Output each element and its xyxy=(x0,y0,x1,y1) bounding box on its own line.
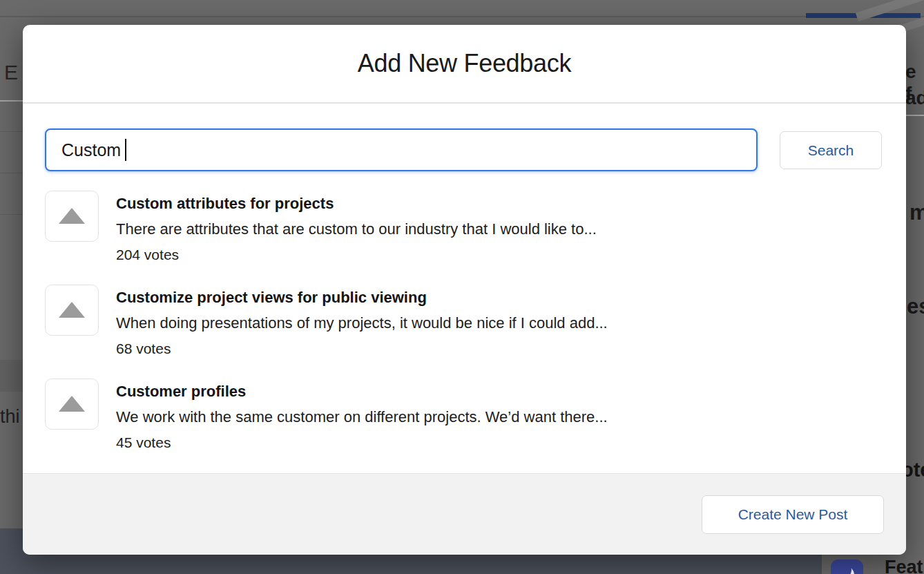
background-text-fragment: es xyxy=(907,294,924,319)
background-text-fragment: thi xyxy=(0,406,20,428)
result-vote-count: 68 votes xyxy=(116,336,608,361)
background-diagonal-shape xyxy=(856,0,924,21)
result-description: When doing presentations of my projects,… xyxy=(116,310,608,336)
result-text: Customer profiles We work with the same … xyxy=(116,379,608,455)
background-divider xyxy=(0,214,23,215)
result-description: There are attributes that are custom to … xyxy=(116,216,597,242)
background-divider xyxy=(0,100,23,102)
background-text-fragment: Feat xyxy=(885,557,923,574)
result-title: Custom attributes for projects xyxy=(116,191,597,216)
result-title: Customer profiles xyxy=(116,379,608,404)
dialog-title: Add New Feedback xyxy=(358,49,571,78)
feedback-result-item[interactable]: Custom attributes for projects There are… xyxy=(45,191,884,267)
background-text-fragment: m xyxy=(909,200,924,225)
result-vote-count: 45 votes xyxy=(116,430,608,455)
search-box xyxy=(45,128,758,171)
result-title: Customize project views for public viewi… xyxy=(116,285,608,310)
add-feedback-dialog: Add New Feedback Search Custom attribute… xyxy=(23,25,906,555)
screen: E thi e f ad m es ote Feat Add New Feedb… xyxy=(0,0,924,574)
search-row: Search xyxy=(45,128,884,171)
upvote-triangle-icon xyxy=(59,302,85,318)
search-button[interactable]: Search xyxy=(780,131,882,169)
result-vote-count: 204 votes xyxy=(116,242,597,267)
feedback-result-item[interactable]: Customer profiles We work with the same … xyxy=(45,379,884,455)
upvote-button[interactable] xyxy=(45,191,99,242)
result-text: Customize project views for public viewi… xyxy=(116,285,608,361)
upvote-triangle-icon xyxy=(59,208,85,224)
search-input[interactable] xyxy=(45,128,758,171)
background-row-band xyxy=(0,360,23,392)
upvote-button[interactable] xyxy=(45,379,99,430)
background-text-fragment: ad xyxy=(905,87,924,109)
dialog-header: Add New Feedback xyxy=(23,25,906,104)
upvote-triangle-icon xyxy=(59,396,85,412)
background-header-divider xyxy=(0,16,924,17)
feedback-result-item[interactable]: Customize project views for public viewi… xyxy=(45,285,884,361)
text-cursor xyxy=(125,139,126,161)
background-divider xyxy=(906,115,924,116)
swoosh-logo-icon xyxy=(831,559,863,574)
upvote-button[interactable] xyxy=(45,285,99,336)
dialog-body: Search Custom attributes for projects Th… xyxy=(23,104,906,473)
search-results-list: Custom attributes for projects There are… xyxy=(45,191,884,455)
background-divider xyxy=(0,173,23,173)
create-new-post-button[interactable]: Create New Post xyxy=(702,495,884,534)
background-divider xyxy=(0,131,23,132)
dialog-footer: Create New Post xyxy=(23,473,906,555)
background-text-fragment: E xyxy=(4,61,18,84)
result-text: Custom attributes for projects There are… xyxy=(116,191,597,267)
result-description: We work with the same customer on differ… xyxy=(116,404,608,430)
